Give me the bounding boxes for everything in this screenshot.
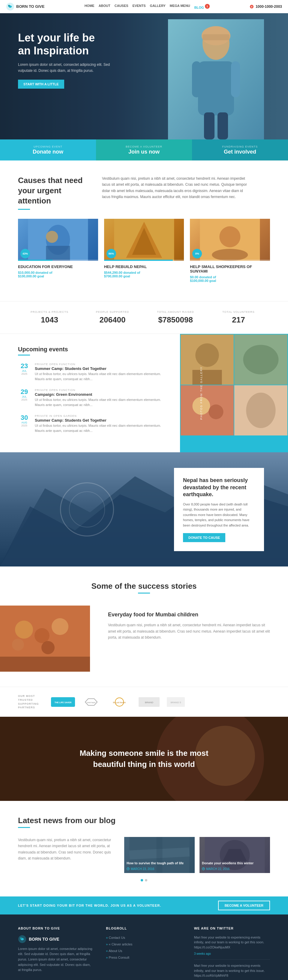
events-column: Upcoming events 23 JUL 2025 PRIVATE OPEN…	[0, 334, 180, 452]
blog-card-0[interactable]: How to survive the tough path of life MA…	[124, 837, 195, 873]
events-title: Upcoming events	[18, 346, 162, 353]
volunteer-text: LET'S START DOING YOUR BIT FOR THE WORLD…	[18, 904, 161, 907]
partners-section: OUR MOST TRUSTED SUPPORTING PARTNERS THE…	[0, 687, 288, 716]
svg-point-30	[209, 404, 223, 419]
band-donate[interactable]: UPCOMING EVENT Donate now	[0, 140, 96, 161]
hero-person-image	[168, 19, 264, 140]
footer-twitter-column: WE ARE ON TWITTER Mari free your website…	[194, 926, 270, 980]
nav-causes[interactable]: CAUSES	[115, 4, 128, 9]
svg-point-21	[220, 226, 241, 247]
svg-point-39	[52, 618, 68, 635]
twitter-text-0: Mari free your website to experiencing e…	[194, 935, 270, 950]
nav-links: HOME ABOUT CAUSES EVENTS GALLERY MEGA ME…	[85, 4, 210, 9]
footer: ABOUT BORN TO GIVE BORN TO GIVE Lorem ip…	[0, 915, 288, 980]
partner-logo-2: the pot feeder	[108, 697, 131, 707]
cause-money-3: $0.00 donated of $100,000.00 goal	[190, 275, 270, 283]
nav-home[interactable]: HOME	[85, 4, 95, 9]
gallery-item-1[interactable]	[234, 334, 287, 385]
partners-label: OUR MOST TRUSTED SUPPORTING PARTNERS	[18, 694, 42, 709]
hero-cta-button[interactable]: START WITH A LITTLE	[18, 80, 64, 89]
success-title: Some of the success stories	[0, 582, 288, 591]
svg-rect-10	[217, 112, 228, 140]
cause-name-2: HELP REBUILD NEPAL	[104, 264, 184, 269]
event-item-1: 29 JUL 2025 PRIVATE OPEN FUNCTION Campai…	[18, 388, 162, 407]
footer-link-3[interactable]: Press Consult	[106, 955, 182, 959]
logo-text: BORN TO GIVE	[16, 4, 44, 9]
nav-mega-menu[interactable]: MEGA MENU	[170, 4, 190, 9]
cause-image-2: 86%	[104, 219, 184, 261]
footer-logo-text: BORN TO GIVE	[29, 937, 59, 942]
action-bands: UPCOMING EVENT Donate now BECOME A VOLUN…	[0, 140, 288, 161]
nav-events[interactable]: EVENTS	[133, 4, 146, 9]
footer-about-text: Lorem ipsum dolor sit amet, consectetur …	[18, 947, 94, 973]
causes-cards: 43% EDUCATION FOR EVERYONE $10,000.00 do…	[18, 219, 270, 286]
svg-point-40	[12, 639, 24, 651]
svg-rect-6	[198, 61, 234, 115]
blog-card-overlay-1: Donate your woollens this winter MARCH 2…	[199, 837, 270, 873]
footer-blogroll-column: BLOGROLL Contact Us « Clever articles Ab…	[106, 926, 182, 980]
blog-card-image-0: How to survive the tough path of life MA…	[124, 837, 195, 873]
twitter-time-0: 3 weeks ago	[194, 952, 211, 955]
twitter-text-1: Mari free your website to experiencing e…	[194, 963, 270, 978]
footer-twitter-title: WE ARE ON TWITTER	[194, 926, 270, 930]
blog-card-overlay-0: How to survive the tough path of life MA…	[124, 837, 195, 873]
svg-text:BRAND: BRAND	[145, 701, 153, 704]
volunteer-button[interactable]: Become a Volunteer	[218, 900, 270, 910]
gallery-item-3[interactable]	[234, 385, 287, 436]
partner-logo-4: BRAND 5	[167, 697, 185, 707]
svg-point-38	[35, 628, 49, 643]
stat-3: TOTAL VOLUNTEERS 217	[207, 310, 270, 325]
stat-2: TOTAL AMOUNT RAISED $7850098	[144, 310, 207, 325]
success-story-body: Vestibulum quam nisi, pretium a nibh sit…	[108, 622, 270, 640]
cause-card-2: 86% HELP REBUILD NEPAL $544,290.00 donat…	[104, 219, 184, 286]
partner-logo-0: THE LIFE SAVER	[51, 697, 75, 707]
svg-text:BRAND 5: BRAND 5	[171, 701, 181, 704]
svg-point-69	[20, 937, 22, 939]
blog-title: Latest news from our blog	[18, 816, 270, 825]
band-join[interactable]: BECOME A VOLUNTEER Join us now	[96, 140, 192, 161]
band-involved[interactable]: FUNDRAISING EVENTS Get involved	[192, 140, 288, 161]
partner-logo-3: BRAND	[139, 697, 160, 707]
blog-underline	[18, 827, 30, 828]
success-content: Everyday food for Mumbai children Vestib…	[0, 606, 288, 672]
svg-point-37	[15, 620, 33, 639]
quote-banner: Making someone smile is the most beautif…	[0, 717, 288, 801]
nav-blog[interactable]: BLOG 1	[195, 4, 210, 9]
blog-dot-0[interactable]	[141, 879, 143, 881]
events-underline	[18, 355, 30, 356]
causes-title-underline	[18, 209, 30, 210]
svg-point-15	[46, 231, 58, 243]
svg-point-41	[41, 641, 55, 654]
causes-section: Causes that need your urgent attention V…	[0, 161, 288, 301]
footer-link-2[interactable]: About Us	[106, 948, 182, 953]
blog-card-1[interactable]: Donate your woollens this winter MARCH 2…	[199, 837, 270, 873]
svg-rect-16	[46, 246, 70, 261]
svg-text:✆: ✆	[251, 6, 253, 8]
nepal-donate-button[interactable]: DONATE TO CAUSE	[183, 533, 225, 542]
twitter-item-0: Mari free your website to experiencing e…	[194, 935, 270, 960]
footer-blogroll-links: Contact Us « Clever articles About Us Pr…	[106, 935, 182, 959]
cause-name-3: HELP SMALL SHOPKEEPERS OF SUNYAMI	[190, 264, 270, 274]
cause-card-3: 0% HELP SMALL SHOPKEEPERS OF SUNYAMI $0.…	[190, 219, 270, 286]
svg-rect-25	[192, 370, 222, 385]
success-text: Everyday food for Mumbai children Vestib…	[90, 606, 288, 646]
footer-link-1[interactable]: « Clever articles	[106, 942, 182, 947]
nav-gallery[interactable]: GALLERY	[150, 4, 166, 9]
nav-about[interactable]: ABOUT	[99, 4, 111, 9]
logo[interactable]: BORN TO GIVE	[6, 2, 44, 11]
gallery-item-2[interactable]	[180, 385, 234, 436]
gallery-item-0[interactable]	[180, 334, 234, 385]
hero-body: Lorem ipsum dolor sit amet, consectet ad…	[18, 62, 120, 73]
causes-title: Causes that need your urgent attention	[18, 175, 84, 206]
svg-point-24	[195, 344, 219, 367]
cause-card-1: 43% EDUCATION FOR EVERYONE $10,000.00 do…	[18, 219, 98, 286]
partner-logo-1: PARTNER	[82, 697, 100, 707]
event-item-2: 30 AUG 2025 PRIVATE IN OPEN GARDEN Summe…	[18, 414, 162, 433]
blog-layout: Vestibulum quam nisi, pretium a nibh sit…	[18, 837, 270, 873]
svg-point-1	[8, 5, 10, 6]
navbar: BORN TO GIVE HOME ABOUT CAUSES EVENTS GA…	[0, 0, 288, 13]
nav-phone: ✆ 1000-1000-2003	[250, 5, 282, 9]
nepal-section: Nepal has been seriously devastated by t…	[0, 452, 288, 566]
footer-link-0[interactable]: Contact Us	[106, 935, 182, 940]
blog-dot-1[interactable]	[145, 879, 147, 881]
